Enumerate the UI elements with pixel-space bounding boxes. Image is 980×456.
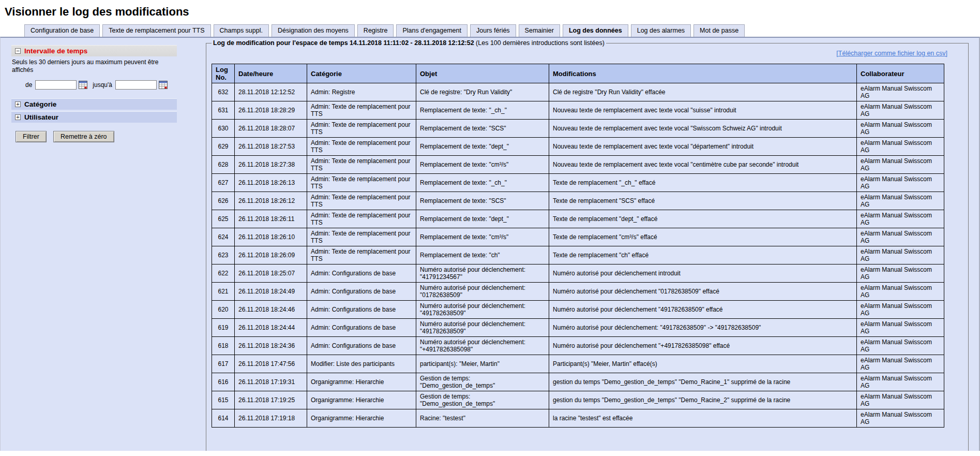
section-header-intervalle[interactable]: − Intervalle de temps	[11, 45, 177, 56]
object-cell: Numéro autorisé pour déclenchement: "491…	[416, 319, 549, 337]
category-cell: Admin: Texte de remplacement pour TTS	[307, 101, 416, 120]
collaborator-cell: eAlarm Manual Swisscom AG	[857, 319, 944, 337]
object-cell: Gestion de temps: "Demo_gestion_de_temps…	[416, 373, 549, 391]
column-header-log-no: Log No.	[212, 64, 235, 83]
calendar-icon-from[interactable]	[79, 81, 87, 89]
tab-champs-suppl[interactable]: Champs suppl.	[214, 24, 269, 37]
tab-configuration-de-base[interactable]: Configuration de base	[24, 24, 100, 37]
modifications-cell: Texte de remplacement "dept_" effacé	[549, 210, 857, 228]
section-header-categorie[interactable]: + Catégorie	[11, 98, 177, 110]
tab-registre[interactable]: Registre	[357, 24, 394, 37]
section-header-utilisateur[interactable]: + Utilisateur	[11, 111, 177, 123]
log-no-cell: 616	[212, 373, 235, 391]
collaborator-cell: eAlarm Manual Swisscom AG	[857, 192, 944, 210]
tab-jours-f-ri-s[interactable]: Jours fériés	[470, 24, 516, 37]
date-cell: 26.11.2018 18:28:07	[235, 120, 307, 138]
table-row: 61526.11.2018 17:19:25Organigramme: Hier…	[212, 391, 944, 409]
modifications-cell: gestion du temps "Demo_gestion_de_temps"…	[549, 391, 857, 409]
category-cell: Organigramme: Hierarchie	[307, 373, 416, 391]
modifications-cell: Texte de remplacement "ch" effacé	[549, 246, 857, 264]
date-to-input[interactable]	[115, 80, 157, 90]
download-csv-link[interactable]: [Télécharger comme fichier log en csv]	[836, 50, 947, 57]
log-no-cell: 628	[212, 156, 235, 174]
date-cell: 26.11.2018 18:26:10	[235, 228, 307, 246]
object-cell: Remplacement de texte: "_ch_"	[416, 101, 549, 120]
category-cell: Admin: Texte de remplacement pour TTS	[307, 156, 416, 174]
tab-d-signation-des-moyens[interactable]: Désignation des moyens	[272, 24, 355, 37]
collapse-icon[interactable]: −	[15, 48, 21, 54]
category-cell: Admin: Texte de remplacement pour TTS	[307, 174, 416, 192]
intervalle-label: Intervalle de temps	[24, 47, 87, 55]
table-row: 62926.11.2018 18:27:53Admin: Texte de re…	[212, 138, 944, 156]
utilisateur-label: Utilisateur	[24, 113, 58, 121]
object-cell: Numéro autorisé pour déclenchement: "417…	[416, 264, 549, 283]
collaborator-cell: eAlarm Manual Swisscom AG	[857, 246, 944, 264]
legend-main: Log de modification pour l'espace de tem…	[213, 39, 474, 47]
category-cell: Admin: Configurations de base	[307, 301, 416, 319]
table-row: 62726.11.2018 18:26:13Admin: Texte de re…	[212, 174, 944, 192]
tab-log-des-alarmes[interactable]: Log des alarmes	[631, 24, 691, 37]
tab-plans-d-engagement[interactable]: Plans d'engagement	[396, 24, 468, 37]
date-cell: 26.11.2018 18:26:11	[235, 210, 307, 228]
date-cell: 26.11.2018 17:19:25	[235, 391, 307, 409]
date-cell: 26.11.2018 18:24:49	[235, 283, 307, 301]
table-row: 62526.11.2018 18:26:11Admin: Texte de re…	[212, 210, 944, 228]
filter-button[interactable]: Filtrer	[16, 131, 47, 142]
log-no-cell: 629	[212, 138, 235, 156]
page-title: Visionner le log des modifications	[5, 5, 980, 19]
date-range-row: de jusqu'à	[25, 80, 177, 90]
table-row: 61926.11.2018 18:24:44Admin: Configurati…	[212, 319, 944, 337]
tab-semainier[interactable]: Semainier	[519, 24, 560, 37]
date-from-label: de	[25, 81, 32, 89]
tab-log-des-donn-es[interactable]: Log des données	[563, 24, 628, 37]
modifications-cell: Nouveau texte de remplacement avec texte…	[549, 138, 857, 156]
object-cell: Clé de registre: "Dry Run Validity"	[416, 83, 549, 101]
tab-mot-de-passe[interactable]: Mot de passe	[693, 24, 745, 37]
date-cell: 26.11.2018 18:24:36	[235, 337, 307, 355]
category-cell: Admin: Texte de remplacement pour TTS	[307, 138, 416, 156]
table-row: 63228.11.2018 12:12:52Admin: RegistreClé…	[212, 83, 944, 101]
object-cell: participant(s): "Meier, Martin"	[416, 355, 549, 373]
date-cell: 26.11.2018 17:47:56	[235, 355, 307, 373]
expand-icon-utilisateur[interactable]: +	[15, 114, 21, 120]
object-cell: Numéro autorisé pour déclenchement: "+49…	[416, 337, 549, 355]
column-header-date-heure: Date/heure	[235, 64, 307, 83]
expand-icon-categorie[interactable]: +	[15, 101, 21, 107]
table-row: 61626.11.2018 17:19:31Organigramme: Hier…	[212, 373, 944, 391]
column-header-objet: Objet	[416, 64, 549, 83]
log-no-cell: 622	[212, 264, 235, 283]
collaborator-cell: eAlarm Manual Swisscom AG	[857, 301, 944, 319]
modifications-cell: Nouveau texte de remplacement avec texte…	[549, 101, 857, 120]
reset-button[interactable]: Remettre à zéro	[53, 131, 114, 142]
log-no-cell: 618	[212, 337, 235, 355]
object-cell: Remplacement de texte: "cm³/s"	[416, 156, 549, 174]
calendar-icon-to[interactable]	[159, 81, 168, 89]
category-cell: Modifier: Liste des participants	[307, 355, 416, 373]
date-cell: 26.11.2018 18:25:07	[235, 264, 307, 283]
tab-texte-de-remplacement-pour-tts[interactable]: Texte de remplacement pour TTS	[102, 24, 210, 37]
table-row: 63126.11.2018 18:28:29Admin: Texte de re…	[212, 101, 944, 120]
tab-bar: Configuration de baseTexte de remplaceme…	[0, 24, 980, 37]
modifications-cell: Texte de remplacement "cm³/s" effacé	[549, 228, 857, 246]
category-cell: Admin: Texte de remplacement pour TTS	[307, 210, 416, 228]
category-cell: Admin: Texte de remplacement pour TTS	[307, 120, 416, 138]
log-table: Log No.Date/heureCatégorieObjetModificat…	[212, 64, 944, 428]
log-no-cell: 632	[212, 83, 235, 101]
modifications-cell: Numéro autorisé pour déclenchement intro…	[549, 264, 857, 283]
collaborator-cell: eAlarm Manual Swisscom AG	[857, 174, 944, 192]
object-cell: Remplacement de texte: "_ch_"	[416, 174, 549, 192]
date-cell: 26.11.2018 18:24:46	[235, 301, 307, 319]
collaborator-cell: eAlarm Manual Swisscom AG	[857, 391, 944, 409]
table-body: 63228.11.2018 12:12:52Admin: RegistreClé…	[212, 83, 944, 428]
collaborator-cell: eAlarm Manual Swisscom AG	[857, 101, 944, 120]
date-from-input[interactable]	[35, 80, 77, 90]
table-row: 61426.11.2018 17:19:18Organigramme: Hier…	[212, 409, 944, 428]
collaborator-cell: eAlarm Manual Swisscom AG	[857, 138, 944, 156]
table-row: 62426.11.2018 18:26:10Admin: Texte de re…	[212, 228, 944, 246]
modifications-cell: Nouveau texte de remplacement avec texte…	[549, 156, 857, 174]
collaborator-cell: eAlarm Manual Swisscom AG	[857, 373, 944, 391]
collaborator-cell: eAlarm Manual Swisscom AG	[857, 156, 944, 174]
category-cell: Admin: Configurations de base	[307, 337, 416, 355]
sidebar-buttons: Filtrer Remettre à zéro	[16, 131, 177, 142]
categorie-label: Catégorie	[24, 100, 56, 108]
